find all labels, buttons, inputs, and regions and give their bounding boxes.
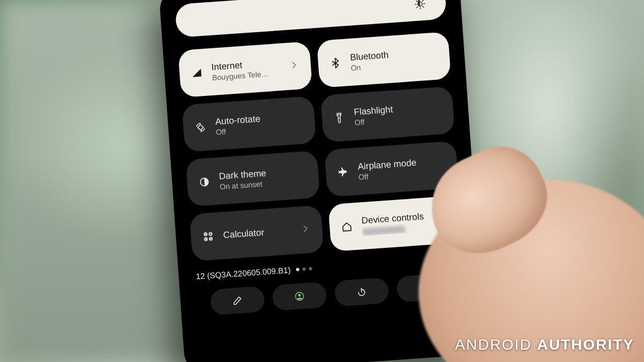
svg-line-9: [422, 1, 423, 2]
home-icon: [339, 219, 355, 235]
page-dot: [296, 268, 299, 271]
chevron-right-icon: [303, 225, 313, 235]
page-indicator: [296, 267, 312, 271]
brightness-icon: [413, 0, 427, 11]
build-text: 12 (SQ3A.220605.009.B1): [195, 265, 291, 281]
footer-actions: [195, 272, 466, 316]
watermark: ANDROID AUTHORITY: [455, 336, 634, 353]
flashlight-icon: [331, 110, 347, 126]
quick-settings-panel: Internet Bouygues Tele… Bluetooth On: [175, 0, 470, 358]
svg-point-17: [209, 237, 213, 240]
tile-calculator[interactable]: Calculator: [189, 205, 324, 261]
tile-bluetooth[interactable]: Bluetooth On: [317, 32, 451, 88]
svg-point-29: [422, 286, 425, 289]
brightness-slider[interactable]: [175, 0, 447, 38]
chevron-right-icon: [291, 61, 302, 71]
phone-frame: Internet Bouygues Tele… Bluetooth On: [159, 0, 486, 362]
svg-line-11: [337, 115, 341, 115]
tile-internet[interactable]: Internet Bouygues Tele…: [178, 41, 313, 98]
page-dot: [309, 267, 312, 270]
user-switch-button[interactable]: [272, 282, 327, 311]
svg-line-8: [416, 7, 418, 8]
bluetooth-icon: [327, 55, 343, 71]
tile-devicecontrols[interactable]: Device controls: [328, 195, 463, 252]
power-button[interactable]: [334, 277, 389, 307]
watermark-part1: ANDROID: [455, 336, 532, 353]
svg-rect-10: [198, 124, 203, 130]
svg-line-7: [423, 6, 424, 8]
settings-button[interactable]: [396, 273, 451, 302]
svg-point-12: [339, 117, 340, 119]
chevron-right-icon: [441, 215, 451, 225]
tile-airplane[interactable]: Airplane mode Off: [324, 141, 459, 197]
tiles-grid: Internet Bouygues Tele… Bluetooth On: [178, 32, 463, 261]
edit-button[interactable]: [210, 286, 265, 315]
airplane-icon: [335, 164, 351, 180]
calculator-icon: [200, 228, 216, 245]
darktheme-icon: [196, 174, 213, 190]
tile-title: Calculator: [223, 225, 296, 241]
signal-icon: [189, 65, 205, 81]
tile-autorotate[interactable]: Auto-rotate Off: [182, 96, 317, 152]
tile-darktheme[interactable]: Dark theme On at sunset: [186, 151, 320, 207]
page-dot: [302, 267, 305, 270]
watermark-part2: AUTHORITY: [537, 336, 634, 353]
rotate-icon: [193, 120, 209, 136]
svg-line-6: [416, 1, 418, 2]
svg-point-26: [298, 294, 301, 297]
tile-flashlight[interactable]: Flashlight Off: [320, 86, 455, 143]
